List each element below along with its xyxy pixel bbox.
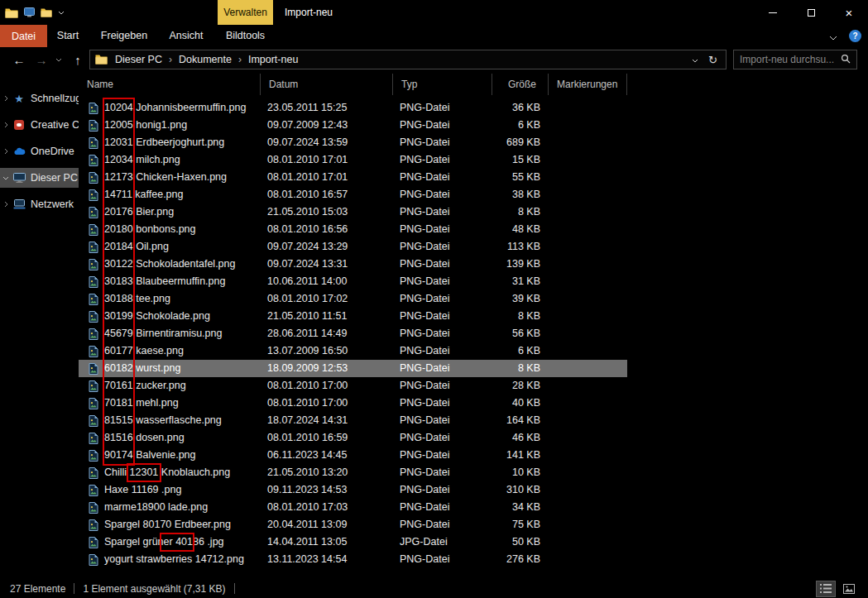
file-date: 06.11.2023 14:45 [261,447,393,464]
file-row[interactable]: 30199 Schokolade.png 21.05.2010 11:51 PN… [79,308,627,325]
title-bar: Verwalten Import-neu × [0,0,868,25]
tab-freigeben[interactable]: Freigeben [93,25,156,47]
file-row[interactable]: 30183 Blaubeermuffin.png 10.06.2011 14:0… [79,273,627,290]
help-icon[interactable]: ? [849,30,861,42]
minimize-button[interactable] [754,0,792,25]
tab-ansicht[interactable]: Ansicht [161,25,212,47]
up-button[interactable]: ↑ [68,47,88,72]
file-row[interactable]: Spargel grüner 40186 .jpg 14.04.2011 13:… [79,533,627,551]
sidebar-item-label: Dieser PC [31,172,78,184]
new-folder-button[interactable] [41,8,52,17]
forward-button[interactable]: → [31,47,51,72]
file-tags [549,151,627,169]
file-row[interactable]: 30188 tee.png 08.01.2010 17:02 PNG-Datei… [79,290,627,308]
file-row[interactable]: yogurt strawberries 14712.png 13.11.2023… [79,551,627,568]
search-input[interactable] [740,54,841,65]
file-size: 113 KB [492,238,549,256]
file-row[interactable]: 20180 bonbons.png 08.01.2010 16:56 PNG-D… [79,221,627,238]
search-icon[interactable] [841,52,851,67]
column-header-name[interactable]: Name [79,74,261,95]
file-row[interactable]: 20176 Bier.png 21.05.2010 15:03 PNG-Date… [79,203,627,221]
breadcrumb-dokumente[interactable]: Dokumente [176,54,234,65]
file-tags [549,290,627,308]
file-tags [549,551,627,568]
minimize-icon [769,12,777,13]
quick-access-toolbar [5,0,65,25]
file-row[interactable]: Haxe 11169 .png 09.11.2023 14:53 PNG-Dat… [79,481,627,499]
image-file-icon [89,103,98,114]
file-name: 20184 Oil.png [104,238,169,256]
file-size: 689 KB [492,134,549,151]
sidebar-item-quick-access[interactable]: ★ Schnellzugriff [0,89,79,108]
file-row[interactable]: 12173 Chicken-Haxen.png 08.01.2010 17:01… [79,169,627,186]
close-button[interactable]: × [830,0,868,25]
recent-locations-chevron-icon[interactable] [51,47,66,72]
address-bar[interactable]: Dieser PC › Dokumente › Import-neu ↻ [89,50,727,69]
thumbnails-view-button[interactable] [840,581,858,596]
expander-chevron-icon[interactable] [0,148,12,155]
image-file-icon [89,259,98,270]
refresh-icon[interactable]: ↻ [708,54,717,66]
tab-bildtools[interactable]: Bildtools [218,25,273,47]
file-type: PNG-Datei [393,395,492,412]
file-row[interactable]: 10204 Johannisbeermuffin.png 23.05.2011 … [79,99,627,117]
breadcrumb-dieser-pc[interactable]: Dieser PC [113,54,165,65]
expander-chevron-icon[interactable] [0,122,12,128]
file-row[interactable]: 60177 kaese.png 13.07.2009 16:50 PNG-Dat… [79,342,627,360]
sidebar-item-dieser-pc[interactable]: Dieser PC [0,168,79,188]
file-size: 39 KB [492,290,549,308]
file-row[interactable]: 45679 Birnentiramisu.png 28.06.2011 14:4… [79,325,627,342]
file-row[interactable]: 30122 Schokoladentafel.png 09.07.2024 13… [79,256,627,273]
file-row[interactable]: 12034 milch.png 08.01.2010 17:01 PNG-Dat… [79,151,627,169]
file-tags [549,238,627,256]
sidebar-item-label: Schnellzugriff [31,93,79,104]
file-date: 08.01.2010 17:00 [261,395,393,412]
expand-ribbon-chevron-icon[interactable] [829,29,837,44]
file-row[interactable]: 60182 wurst.png 18.09.2009 12:53 PNG-Dat… [79,360,627,377]
file-row[interactable]: 20184 Oil.png 09.07.2024 13:29 PNG-Datei… [79,238,627,256]
breadcrumb-separator-icon: › [234,54,246,65]
file-date: 28.06.2011 14:49 [261,325,393,342]
verwalten-contextual-tab[interactable]: Verwalten [218,0,273,25]
properties-button[interactable] [24,7,35,17]
column-header-groesse[interactable]: Größe [492,74,549,95]
maximize-button[interactable] [792,0,830,25]
details-view-button[interactable] [817,581,835,596]
back-button[interactable]: ← [8,47,30,72]
expander-chevron-icon[interactable] [0,201,12,208]
image-file-icon [89,172,98,184]
file-name: 12173 Chicken-Haxen.png [104,169,227,186]
image-file-icon [89,467,98,479]
tab-start[interactable]: Start [48,25,88,47]
breadcrumb-import-neu[interactable]: Import-neu [246,54,300,65]
column-header-markierungen[interactable]: Markierungen [549,74,627,95]
customize-toolbar-chevron-icon[interactable] [58,11,65,15]
file-type: PNG-Datei [393,342,492,360]
search-box[interactable] [733,50,857,69]
file-name: 20180 bonbons.png [104,221,196,238]
file-row[interactable]: 90174 Balvenie.png 06.11.2023 14:45 PNG-… [79,447,627,464]
expander-chevron-icon[interactable] [0,176,12,180]
file-tags [549,499,627,516]
close-icon: × [846,7,853,19]
file-row[interactable]: 70181 mehl.png 08.01.2010 17:00 PNG-Date… [79,395,627,412]
file-row[interactable]: 12031 Erdbeerjoghurt.png 09.07.2024 13:5… [79,134,627,151]
column-header-datum[interactable]: Datum [261,74,393,95]
sidebar-item-creative-cloud[interactable]: Creative Cloud Files [0,115,79,135]
sidebar-item-onedrive[interactable]: OneDrive [0,141,79,161]
file-row[interactable]: 81515 wasserflasche.png 18.07.2024 14:31… [79,412,627,429]
sidebar-item-netzwerk[interactable]: Netzwerk [0,194,79,214]
file-row[interactable]: Spargel 80170 Erdbeer.png 20.04.2011 13:… [79,516,627,533]
tab-datei[interactable]: Datei [0,25,47,47]
file-row[interactable]: 81516 dosen.png 08.01.2010 16:59 PNG-Dat… [79,429,627,447]
file-row[interactable]: marme18900 lade.png 08.01.2010 17:03 PNG… [79,499,627,516]
address-dropdown-chevron-icon[interactable] [692,54,698,65]
column-header-typ[interactable]: Typ [393,74,492,95]
file-row[interactable]: 12005 honig1.png 09.07.2009 12:43 PNG-Da… [79,117,627,134]
file-row[interactable]: 14711 kaffee.png 08.01.2010 16:57 PNG-Da… [79,186,627,203]
file-tags [549,464,627,481]
expander-chevron-icon[interactable] [0,95,12,102]
file-row[interactable]: Chilli 12301 Knoblauch.png 21.05.2010 13… [79,464,627,481]
file-row[interactable]: 70161 zucker.png 08.01.2010 17:00 PNG-Da… [79,377,627,395]
file-type: JPG-Datei [393,533,492,551]
